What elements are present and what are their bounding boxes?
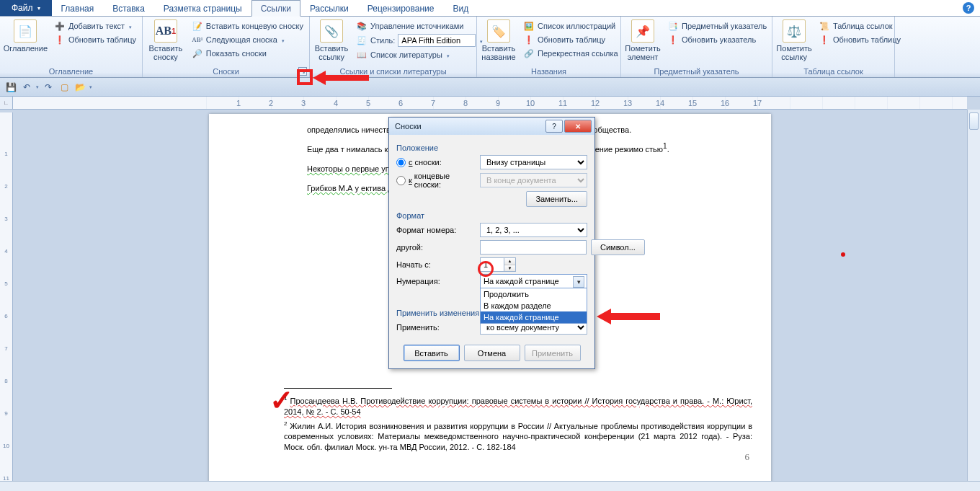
update-figures-button[interactable]: ❗Обновить таблицу [520, 33, 621, 46]
svg-marker-1 [597, 309, 660, 324]
cross-reference-button[interactable]: 🔗Перекрестная ссылка [520, 47, 621, 60]
add-text-button[interactable]: ➕Добавить текст [51, 19, 139, 32]
cancel-button[interactable]: Отмена [464, 345, 520, 361]
insert-button[interactable]: Вставить [404, 345, 460, 361]
dialog-help-button[interactable]: ? [545, 120, 563, 133]
insert-endnote-button[interactable]: 📝Вставить концевую сноску [189, 19, 306, 32]
insert-caption-button[interactable]: 🏷️ Вставить название [480, 18, 517, 63]
open-button[interactable]: 📂 [74, 81, 86, 94]
dialog-titlebar[interactable]: Сноски ? ✕ [389, 118, 594, 135]
style-icon: 🧾 [356, 35, 368, 46]
annotation-dot [841, 252, 845, 257]
custom-mark-input[interactable] [480, 240, 587, 255]
undo-button[interactable]: ↶ [20, 81, 33, 94]
toc-button[interactable]: 📄 Оглавление [3, 18, 48, 54]
tab-view[interactable]: Вид [443, 0, 478, 16]
citation-icon: 📎 [320, 19, 343, 43]
page-number: 6 [745, 451, 750, 463]
next-footnote-button[interactable]: AB¹Следующая сноска [189, 33, 306, 46]
refresh-icon: ❗ [523, 34, 535, 45]
show-notes-button[interactable]: 🔎Показать сноски [189, 47, 306, 60]
endnote-icon: 📝 [192, 20, 203, 32]
annotation-arrow-left [313, 69, 370, 87]
spin-up[interactable]: ▲ [504, 258, 515, 265]
numbering-option-continue[interactable]: Продолжить [481, 288, 587, 300]
replace-button[interactable]: Заменить... [526, 191, 587, 207]
toc-icon: 📄 [14, 19, 37, 43]
tab-insert[interactable]: Вставка [103, 0, 154, 16]
index-icon: 📑 [667, 20, 679, 32]
vertical-ruler[interactable]: 1234567891011 [0, 112, 13, 481]
annotation-arrow-right [597, 307, 662, 326]
group-toc-title: Оглавление [3, 66, 139, 77]
annotation-circle [478, 261, 494, 277]
citation-style-input[interactable] [398, 34, 476, 47]
tab-mailings[interactable]: Рассылки [300, 0, 358, 16]
update-toa-button[interactable]: ❗Обновить таблицу [816, 33, 904, 46]
new-doc-button[interactable]: ▢ [58, 81, 71, 94]
group-toa-title: Таблица ссылок [775, 66, 891, 77]
tab-review[interactable]: Рецензирование [358, 0, 444, 16]
radio-footnotes[interactable]: ссноски: [396, 158, 476, 167]
footnotes-area[interactable]: 1 Просандеева Н.В. Противодействие корру… [284, 388, 752, 454]
insert-index-button[interactable]: 📑Предметный указатель [664, 19, 770, 32]
annotation-box [297, 69, 313, 85]
tab-file[interactable]: Файл [0, 0, 52, 16]
refresh-icon: ❗ [54, 34, 66, 45]
tab-home[interactable]: Главная [52, 0, 104, 16]
group-index-title: Предметный указатель [624, 66, 769, 77]
mark-citation-button[interactable]: ⚖️ Пометить ссылку [775, 18, 813, 63]
redo-button[interactable]: ↷ [42, 81, 55, 94]
ruler-corner[interactable]: ∟ [0, 97, 13, 110]
insert-toa-button[interactable]: 📜Таблица ссылок [816, 19, 904, 32]
save-button[interactable]: 💾 [4, 81, 17, 94]
mark-citation-icon: ⚖️ [783, 19, 806, 43]
quick-access-toolbar: 💾 ↶▾ ↷ ▢ 📂 ▾ [0, 78, 980, 97]
insert-footnote-button[interactable]: AB1 Вставить сноску [146, 18, 186, 63]
insert-citation-button[interactable]: 📎 Вставить ссылку [313, 18, 350, 63]
update-toc-button[interactable]: ❗Обновить таблицу [51, 33, 139, 46]
numbering-option-section[interactable]: В каждом разделе [481, 300, 587, 311]
section-format: Формат [396, 211, 587, 220]
numbering-dropdown-list[interactable]: Продолжить В каждом разделе На каждой ст… [480, 288, 587, 324]
table-of-figures-button[interactable]: 🖼️Список иллюстраций [520, 19, 621, 32]
spin-down[interactable]: ▼ [504, 265, 515, 272]
horizontal-ruler[interactable]: 1234567891011121314151617 [13, 97, 967, 110]
dialog-title: Сноски [395, 122, 544, 131]
show-notes-icon: 🔎 [192, 48, 203, 59]
dialog-close-button[interactable]: ✕ [564, 120, 592, 133]
mark-entry-icon: 📌 [631, 19, 654, 43]
manage-sources-button[interactable]: 📚Управление источниками [353, 19, 486, 32]
citation-style-select[interactable]: 🧾Стиль: [353, 33, 486, 48]
section-position: Положение [396, 143, 587, 152]
next-footnote-icon: AB¹ [192, 34, 203, 45]
annotation-checkmark: ✓ [270, 384, 294, 417]
caption-icon: 🏷️ [487, 19, 510, 43]
number-format-select[interactable]: 1, 2, 3, ... [480, 223, 587, 237]
tab-pagelayout[interactable]: Разметка страницы [154, 0, 251, 16]
footnote-icon: AB1 [154, 19, 177, 43]
label-apply-to: Применить: [396, 323, 476, 332]
plus-icon: ➕ [54, 20, 66, 32]
update-index-button[interactable]: ❗Обновить указатель [664, 33, 770, 46]
mark-entry-button[interactable]: 📌 Пометить элемент [624, 18, 662, 63]
bibliography-icon: 📖 [356, 49, 368, 61]
figures-icon: 🖼️ [523, 20, 535, 32]
footnotes-location-select[interactable]: Внизу страницы [480, 155, 587, 169]
symbol-button[interactable]: Символ... [591, 239, 645, 255]
vertical-scrollbar[interactable] [967, 110, 980, 481]
help-button[interactable]: ? [957, 0, 980, 16]
label-numbering: Нумерация: [396, 277, 476, 286]
refresh-icon: ❗ [819, 34, 830, 45]
horizontal-scrollbar[interactable] [0, 481, 980, 491]
radio-endnotes[interactable]: кконцевые сноски: [396, 172, 476, 189]
crossref-icon: 🔗 [523, 48, 535, 59]
numbering-select[interactable]: На каждой странице Продолжить В каждом р… [480, 274, 587, 288]
toa-icon: 📜 [819, 20, 830, 32]
tab-references[interactable]: Ссылки [251, 0, 300, 17]
endnotes-location-select: В конце документа [480, 173, 587, 187]
label-number-format: Формат номера: [396, 226, 476, 234]
numbering-option-page[interactable]: На каждой странице [481, 311, 587, 323]
svg-marker-0 [313, 71, 369, 85]
bibliography-button[interactable]: 📖Список литературы [353, 48, 486, 61]
